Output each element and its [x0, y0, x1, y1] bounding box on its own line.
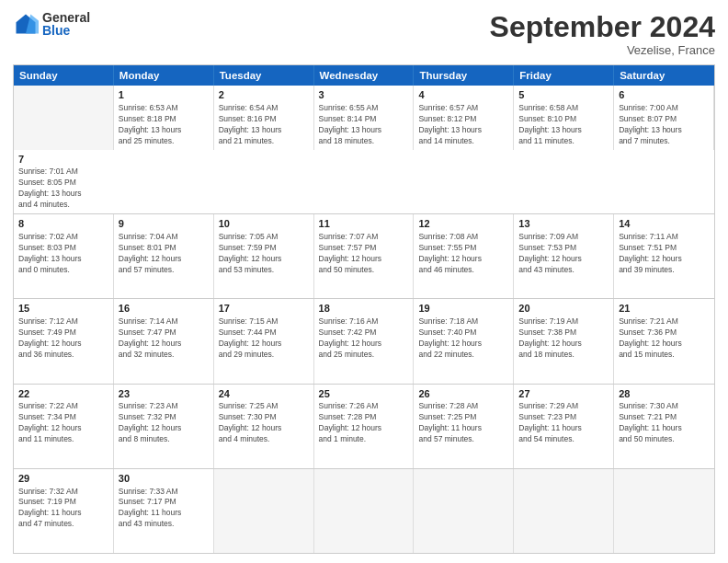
day-cell-29: 29Sunrise: 7:32 AM Sunset: 7:19 PM Dayli…	[14, 469, 114, 553]
day-cell-13: 13Sunrise: 7:09 AM Sunset: 7:53 PM Dayli…	[514, 214, 614, 298]
calendar-row-4: 29Sunrise: 7:32 AM Sunset: 7:19 PM Dayli…	[14, 468, 714, 553]
day-info: Sunrise: 7:25 AM Sunset: 7:30 PM Dayligh…	[219, 401, 309, 445]
day-cell-24: 24Sunrise: 7:25 AM Sunset: 7:30 PM Dayli…	[214, 385, 314, 468]
day-number: 18	[319, 302, 409, 316]
day-cell-3: 3Sunrise: 6:55 AM Sunset: 8:14 PM Daylig…	[314, 86, 415, 149]
day-number: 28	[619, 387, 710, 401]
day-number: 9	[119, 217, 209, 231]
day-info: Sunrise: 6:55 AM Sunset: 8:14 PM Dayligh…	[319, 103, 409, 147]
logo-icon	[13, 11, 39, 37]
calendar-row-2: 15Sunrise: 7:12 AM Sunset: 7:49 PM Dayli…	[14, 298, 714, 383]
month-title: September 2024	[490, 11, 715, 43]
header: General Blue September 2024 Vezelise, Fr…	[13, 11, 715, 57]
day-number: 10	[219, 217, 309, 231]
day-info: Sunrise: 7:33 AM Sunset: 7:17 PM Dayligh…	[119, 487, 209, 531]
day-info: Sunrise: 7:09 AM Sunset: 7:53 PM Dayligh…	[518, 232, 609, 276]
day-info: Sunrise: 7:01 AM Sunset: 8:05 PM Dayligh…	[18, 167, 109, 211]
day-info: Sunrise: 7:14 AM Sunset: 7:47 PM Dayligh…	[119, 316, 209, 361]
day-cell-14: 14Sunrise: 7:11 AM Sunset: 7:51 PM Dayli…	[614, 214, 714, 298]
day-number: 5	[518, 88, 609, 102]
day-info: Sunrise: 7:23 AM Sunset: 7:32 PM Dayligh…	[119, 401, 209, 445]
title-block: September 2024 Vezelise, France	[490, 11, 715, 57]
day-info: Sunrise: 7:32 AM Sunset: 7:19 PM Dayligh…	[18, 487, 108, 531]
day-cell-26: 26Sunrise: 7:28 AM Sunset: 7:25 PM Dayli…	[414, 385, 514, 468]
day-number: 1	[119, 88, 209, 102]
day-number: 29	[18, 472, 108, 486]
day-info: Sunrise: 6:58 AM Sunset: 8:10 PM Dayligh…	[518, 103, 609, 147]
day-number: 2	[219, 88, 309, 102]
day-number: 8	[18, 217, 108, 231]
empty-cell	[414, 469, 514, 553]
logo-general-text: General	[42, 11, 90, 24]
day-cell-1: 1Sunrise: 6:53 AM Sunset: 8:18 PM Daylig…	[114, 86, 214, 149]
day-info: Sunrise: 7:12 AM Sunset: 7:49 PM Dayligh…	[18, 316, 108, 361]
calendar-row-0: 1Sunrise: 6:53 AM Sunset: 8:18 PM Daylig…	[14, 86, 714, 213]
day-cell-27: 27Sunrise: 7:29 AM Sunset: 7:23 PM Dayli…	[514, 385, 614, 468]
logo-text: General Blue	[42, 11, 90, 37]
day-number: 24	[219, 387, 309, 401]
header-day-sunday: Sunday	[14, 65, 114, 86]
day-number: 26	[418, 387, 508, 401]
logo-blue-text: Blue	[42, 24, 90, 37]
day-info: Sunrise: 7:00 AM Sunset: 8:07 PM Dayligh…	[619, 103, 709, 147]
calendar-row-3: 22Sunrise: 7:22 AM Sunset: 7:34 PM Dayli…	[14, 384, 714, 468]
day-number: 12	[418, 217, 508, 231]
day-number: 20	[518, 302, 609, 316]
day-cell-19: 19Sunrise: 7:18 AM Sunset: 7:40 PM Dayli…	[414, 299, 514, 383]
day-cell-20: 20Sunrise: 7:19 AM Sunset: 7:38 PM Dayli…	[514, 299, 614, 383]
day-cell-7: 7Sunrise: 7:01 AM Sunset: 8:05 PM Daylig…	[14, 150, 114, 213]
day-info: Sunrise: 7:08 AM Sunset: 7:55 PM Dayligh…	[418, 232, 508, 276]
day-number: 3	[319, 88, 409, 102]
day-info: Sunrise: 7:02 AM Sunset: 8:03 PM Dayligh…	[18, 232, 108, 276]
header-day-monday: Monday	[114, 65, 214, 86]
day-cell-17: 17Sunrise: 7:15 AM Sunset: 7:44 PM Dayli…	[214, 299, 314, 383]
day-number: 21	[619, 302, 710, 316]
day-number: 15	[18, 302, 108, 316]
day-info: Sunrise: 7:28 AM Sunset: 7:25 PM Dayligh…	[418, 401, 508, 445]
calendar: SundayMondayTuesdayWednesdayThursdayFrid…	[13, 64, 715, 554]
empty-cell	[14, 86, 114, 149]
day-number: 16	[119, 302, 209, 316]
day-number: 17	[219, 302, 309, 316]
day-cell-30: 30Sunrise: 7:33 AM Sunset: 7:17 PM Dayli…	[114, 469, 214, 553]
day-number: 25	[319, 387, 409, 401]
day-info: Sunrise: 7:26 AM Sunset: 7:28 PM Dayligh…	[319, 401, 409, 445]
day-info: Sunrise: 7:18 AM Sunset: 7:40 PM Dayligh…	[418, 316, 508, 361]
header-day-thursday: Thursday	[414, 65, 514, 86]
day-number: 4	[418, 88, 508, 102]
calendar-row-1: 8Sunrise: 7:02 AM Sunset: 8:03 PM Daylig…	[14, 213, 714, 298]
day-info: Sunrise: 6:57 AM Sunset: 8:12 PM Dayligh…	[418, 103, 508, 147]
day-number: 23	[119, 387, 209, 401]
day-info: Sunrise: 7:21 AM Sunset: 7:36 PM Dayligh…	[619, 316, 710, 361]
header-day-tuesday: Tuesday	[214, 65, 314, 86]
day-cell-4: 4Sunrise: 6:57 AM Sunset: 8:12 PM Daylig…	[414, 86, 514, 149]
day-cell-22: 22Sunrise: 7:22 AM Sunset: 7:34 PM Dayli…	[14, 385, 114, 468]
day-number: 27	[518, 387, 609, 401]
empty-cell	[514, 469, 614, 553]
day-info: Sunrise: 7:29 AM Sunset: 7:23 PM Dayligh…	[518, 401, 609, 445]
day-info: Sunrise: 7:22 AM Sunset: 7:34 PM Dayligh…	[18, 401, 108, 445]
day-cell-9: 9Sunrise: 7:04 AM Sunset: 8:01 PM Daylig…	[114, 214, 214, 298]
calendar-body: 1Sunrise: 6:53 AM Sunset: 8:18 PM Daylig…	[14, 86, 714, 553]
day-number: 7	[18, 153, 109, 167]
day-info: Sunrise: 7:07 AM Sunset: 7:57 PM Dayligh…	[319, 232, 409, 276]
day-cell-28: 28Sunrise: 7:30 AM Sunset: 7:21 PM Dayli…	[614, 385, 714, 468]
day-info: Sunrise: 7:19 AM Sunset: 7:38 PM Dayligh…	[518, 316, 609, 361]
day-number: 30	[119, 472, 209, 486]
day-info: Sunrise: 6:54 AM Sunset: 8:16 PM Dayligh…	[219, 103, 309, 147]
day-cell-21: 21Sunrise: 7:21 AM Sunset: 7:36 PM Dayli…	[614, 299, 714, 383]
day-number: 19	[418, 302, 508, 316]
day-info: Sunrise: 7:11 AM Sunset: 7:51 PM Dayligh…	[619, 232, 710, 276]
day-number: 22	[18, 387, 108, 401]
day-cell-23: 23Sunrise: 7:23 AM Sunset: 7:32 PM Dayli…	[114, 385, 214, 468]
logo: General Blue	[13, 11, 90, 37]
day-number: 11	[319, 217, 409, 231]
page: General Blue September 2024 Vezelise, Fr…	[0, 0, 728, 563]
day-cell-15: 15Sunrise: 7:12 AM Sunset: 7:49 PM Dayli…	[14, 299, 114, 383]
header-day-wednesday: Wednesday	[314, 65, 415, 86]
day-cell-11: 11Sunrise: 7:07 AM Sunset: 7:57 PM Dayli…	[314, 214, 415, 298]
day-cell-6: 6Sunrise: 7:00 AM Sunset: 8:07 PM Daylig…	[614, 86, 714, 149]
header-day-friday: Friday	[514, 65, 614, 86]
day-cell-8: 8Sunrise: 7:02 AM Sunset: 8:03 PM Daylig…	[14, 214, 114, 298]
day-cell-5: 5Sunrise: 6:58 AM Sunset: 8:10 PM Daylig…	[514, 86, 614, 149]
